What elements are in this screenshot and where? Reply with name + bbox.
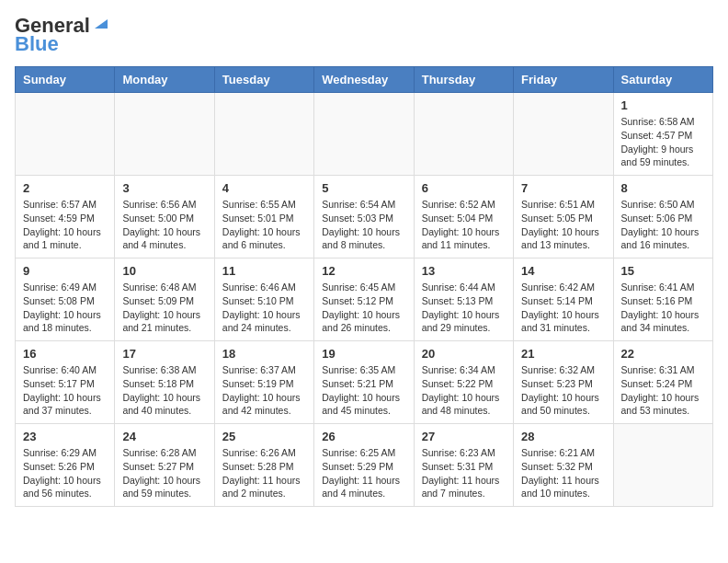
calendar-cell: 17Sunrise: 6:38 AM Sunset: 5:18 PM Dayli… [115, 341, 214, 424]
calendar-cell: 18Sunrise: 6:37 AM Sunset: 5:19 PM Dayli… [214, 341, 313, 424]
header-tuesday: Tuesday [214, 67, 313, 93]
header-thursday: Thursday [414, 67, 513, 93]
calendar-header-row: SundayMondayTuesdayWednesdayThursdayFrid… [16, 67, 713, 93]
calendar-cell: 19Sunrise: 6:35 AM Sunset: 5:21 PM Dayli… [314, 341, 414, 424]
day-info: Sunrise: 6:55 AM Sunset: 5:01 PM Dayligh… [222, 198, 306, 252]
day-number: 12 [322, 264, 405, 278]
calendar-cell: 25Sunrise: 6:26 AM Sunset: 5:28 PM Dayli… [214, 424, 313, 507]
day-info: Sunrise: 6:42 AM Sunset: 5:14 PM Dayligh… [521, 281, 605, 335]
day-number: 24 [122, 430, 206, 443]
day-info: Sunrise: 6:26 AM Sunset: 5:28 PM Dayligh… [222, 446, 306, 500]
day-info: Sunrise: 6:52 AM Sunset: 5:04 PM Dayligh… [422, 198, 506, 252]
day-number: 23 [23, 430, 107, 443]
day-number: 28 [521, 430, 605, 443]
day-info: Sunrise: 6:28 AM Sunset: 5:27 PM Dayligh… [122, 446, 206, 500]
week-row-4: 16Sunrise: 6:40 AM Sunset: 5:17 PM Dayli… [16, 341, 713, 424]
calendar-cell: 4Sunrise: 6:55 AM Sunset: 5:01 PM Daylig… [214, 176, 313, 259]
day-info: Sunrise: 6:48 AM Sunset: 5:09 PM Dayligh… [122, 281, 206, 335]
day-number: 14 [521, 264, 605, 278]
day-number: 5 [322, 181, 405, 195]
calendar-cell: 10Sunrise: 6:48 AM Sunset: 5:09 PM Dayli… [115, 259, 214, 341]
day-number: 2 [23, 181, 107, 195]
day-number: 27 [422, 430, 506, 443]
day-info: Sunrise: 6:40 AM Sunset: 5:17 PM Dayligh… [23, 363, 107, 418]
day-info: Sunrise: 6:44 AM Sunset: 5:13 PM Dayligh… [422, 281, 506, 335]
logo-arrow-icon [91, 16, 108, 32]
header-saturday: Saturday [613, 67, 712, 93]
day-info: Sunrise: 6:46 AM Sunset: 5:10 PM Dayligh… [222, 281, 306, 335]
calendar-cell: 1Sunrise: 6:58 AM Sunset: 4:57 PM Daylig… [613, 93, 712, 176]
calendar-cell: 5Sunrise: 6:54 AM Sunset: 5:03 PM Daylig… [314, 176, 414, 259]
calendar-cell: 20Sunrise: 6:34 AM Sunset: 5:22 PM Dayli… [414, 341, 513, 424]
day-info: Sunrise: 6:21 AM Sunset: 5:32 PM Dayligh… [521, 446, 605, 500]
day-number: 8 [621, 181, 705, 195]
calendar-cell: 9Sunrise: 6:49 AM Sunset: 5:08 PM Daylig… [16, 259, 115, 341]
calendar-cell: 11Sunrise: 6:46 AM Sunset: 5:10 PM Dayli… [214, 259, 313, 341]
day-number: 18 [222, 347, 306, 361]
logo: General Blue [15, 15, 108, 55]
day-number: 21 [521, 347, 605, 361]
day-number: 10 [122, 264, 206, 278]
calendar-cell [613, 424, 712, 507]
day-number: 3 [122, 181, 206, 195]
day-number: 13 [422, 264, 506, 278]
day-number: 15 [621, 264, 705, 278]
calendar-cell [514, 93, 613, 176]
week-row-1: 1Sunrise: 6:58 AM Sunset: 4:57 PM Daylig… [16, 93, 713, 176]
day-number: 4 [222, 181, 306, 195]
calendar-cell: 2Sunrise: 6:57 AM Sunset: 4:59 PM Daylig… [16, 176, 115, 259]
header-friday: Friday [514, 67, 613, 93]
day-number: 6 [422, 181, 506, 195]
calendar-cell: 13Sunrise: 6:44 AM Sunset: 5:13 PM Dayli… [414, 259, 513, 341]
week-row-5: 23Sunrise: 6:29 AM Sunset: 5:26 PM Dayli… [16, 424, 713, 507]
calendar-cell [414, 93, 513, 176]
day-info: Sunrise: 6:41 AM Sunset: 5:16 PM Dayligh… [621, 281, 705, 335]
day-number: 1 [621, 98, 705, 112]
day-info: Sunrise: 6:23 AM Sunset: 5:31 PM Dayligh… [422, 446, 506, 500]
page-header: General Blue [15, 15, 713, 55]
calendar-cell [16, 93, 115, 176]
day-number: 16 [23, 347, 107, 361]
calendar-cell [115, 93, 214, 176]
calendar-cell: 8Sunrise: 6:50 AM Sunset: 5:06 PM Daylig… [613, 176, 712, 259]
day-info: Sunrise: 6:35 AM Sunset: 5:21 PM Dayligh… [322, 363, 405, 418]
day-info: Sunrise: 6:49 AM Sunset: 5:08 PM Dayligh… [23, 281, 107, 335]
day-info: Sunrise: 6:45 AM Sunset: 5:12 PM Dayligh… [322, 281, 405, 335]
day-info: Sunrise: 6:37 AM Sunset: 5:19 PM Dayligh… [222, 363, 306, 418]
day-number: 19 [322, 347, 405, 361]
calendar-cell: 28Sunrise: 6:21 AM Sunset: 5:32 PM Dayli… [514, 424, 613, 507]
day-number: 11 [222, 264, 306, 278]
calendar-cell: 16Sunrise: 6:40 AM Sunset: 5:17 PM Dayli… [16, 341, 115, 424]
day-info: Sunrise: 6:56 AM Sunset: 5:00 PM Dayligh… [122, 198, 206, 252]
day-info: Sunrise: 6:29 AM Sunset: 5:26 PM Dayligh… [23, 446, 107, 500]
day-info: Sunrise: 6:38 AM Sunset: 5:18 PM Dayligh… [122, 363, 206, 418]
week-row-3: 9Sunrise: 6:49 AM Sunset: 5:08 PM Daylig… [16, 259, 713, 341]
day-info: Sunrise: 6:25 AM Sunset: 5:29 PM Dayligh… [322, 446, 405, 500]
day-info: Sunrise: 6:51 AM Sunset: 5:05 PM Dayligh… [521, 198, 605, 252]
calendar-cell: 26Sunrise: 6:25 AM Sunset: 5:29 PM Dayli… [314, 424, 414, 507]
calendar-cell: 14Sunrise: 6:42 AM Sunset: 5:14 PM Dayli… [514, 259, 613, 341]
day-number: 20 [422, 347, 506, 361]
calendar-cell: 15Sunrise: 6:41 AM Sunset: 5:16 PM Dayli… [613, 259, 712, 341]
day-info: Sunrise: 6:57 AM Sunset: 4:59 PM Dayligh… [23, 198, 107, 252]
day-number: 7 [521, 181, 605, 195]
calendar-cell: 3Sunrise: 6:56 AM Sunset: 5:00 PM Daylig… [115, 176, 214, 259]
calendar-cell [214, 93, 313, 176]
day-number: 25 [222, 430, 306, 443]
svg-marker-0 [95, 19, 108, 29]
day-number: 9 [23, 264, 107, 278]
day-info: Sunrise: 6:50 AM Sunset: 5:06 PM Dayligh… [621, 198, 705, 252]
day-info: Sunrise: 6:34 AM Sunset: 5:22 PM Dayligh… [422, 363, 506, 418]
day-info: Sunrise: 6:31 AM Sunset: 5:24 PM Dayligh… [621, 363, 705, 418]
calendar-table: SundayMondayTuesdayWednesdayThursdayFrid… [15, 66, 713, 507]
calendar-cell: 7Sunrise: 6:51 AM Sunset: 5:05 PM Daylig… [514, 176, 613, 259]
calendar-cell: 27Sunrise: 6:23 AM Sunset: 5:31 PM Dayli… [414, 424, 513, 507]
header-sunday: Sunday [16, 67, 115, 93]
header-monday: Monday [115, 67, 214, 93]
day-number: 22 [621, 347, 705, 361]
day-info: Sunrise: 6:32 AM Sunset: 5:23 PM Dayligh… [521, 363, 605, 418]
day-number: 17 [122, 347, 206, 361]
calendar-cell: 22Sunrise: 6:31 AM Sunset: 5:24 PM Dayli… [613, 341, 712, 424]
day-info: Sunrise: 6:54 AM Sunset: 5:03 PM Dayligh… [322, 198, 405, 252]
calendar-cell [314, 93, 414, 176]
